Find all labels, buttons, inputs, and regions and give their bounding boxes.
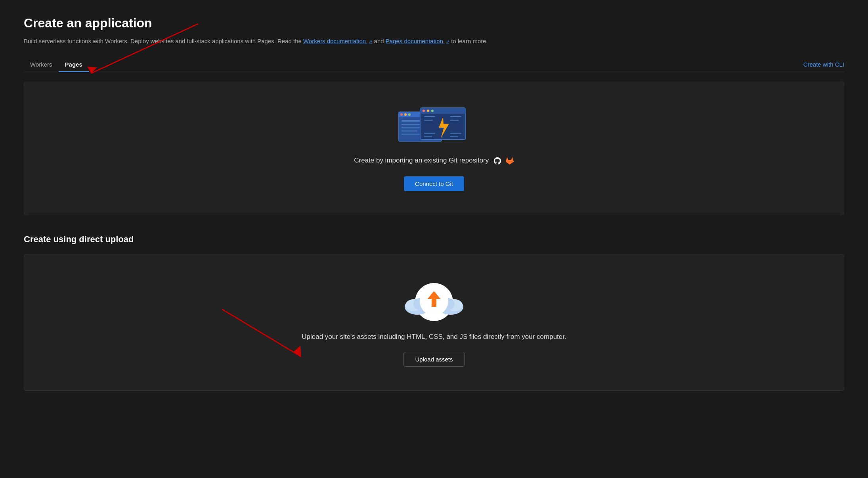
direct-upload-title: Create using direct upload [24,234,844,245]
svg-point-3 [404,113,407,116]
create-with-cli-link[interactable]: Create with CLI [803,61,844,68]
page-description: Build serverless functions with Workers.… [24,37,539,46]
svg-rect-22 [450,133,461,134]
svg-point-2 [400,113,403,116]
tab-workers[interactable]: Workers [24,57,59,72]
tabs-bar: Workers Pages Create with CLI [24,57,844,72]
upload-card: Upload your site's assets including HTML… [24,254,844,391]
svg-rect-20 [424,133,435,134]
svg-rect-17 [424,120,433,121]
workers-docs-link[interactable]: Workers documentation ↗ [303,38,372,44]
svg-point-4 [408,113,411,116]
svg-rect-8 [401,130,417,132]
git-card-description: Create by importing an existing Git repo… [354,157,514,165]
page-title: Create an application [24,16,844,31]
upload-assets-button[interactable]: Upload assets [403,352,464,367]
svg-rect-21 [424,136,432,137]
svg-point-14 [431,109,434,112]
pages-docs-link[interactable]: Pages documentation ↗ [386,38,449,44]
svg-point-12 [423,109,425,112]
pages-illustration-icon [398,106,470,145]
svg-rect-18 [450,116,461,117]
cloud-upload-icon [402,278,466,322]
gitlab-icon [505,157,514,165]
svg-point-13 [427,109,429,112]
svg-rect-16 [424,116,435,117]
tab-pages[interactable]: Pages [59,57,89,72]
github-icon [493,157,502,165]
svg-rect-23 [450,136,458,137]
upload-card-description: Upload your site's assets including HTML… [302,333,566,341]
connect-to-git-button[interactable]: Connect to Git [404,176,464,191]
upload-illustration [402,278,466,323]
git-card-icon [398,106,470,147]
svg-rect-19 [450,120,459,121]
git-import-card: Create by importing an existing Git repo… [24,82,844,215]
